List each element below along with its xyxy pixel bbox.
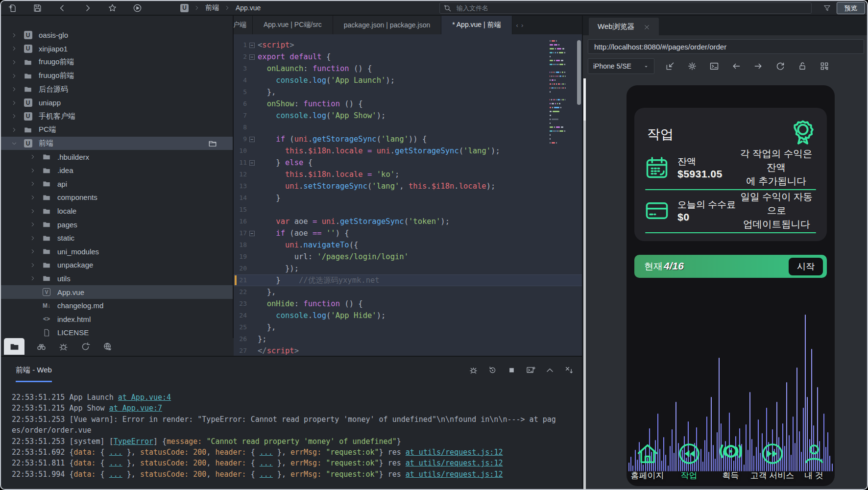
editor-tab-0[interactable]: 户端 (234, 16, 253, 34)
code-line-3[interactable]: 3 onLaunch: function () { (234, 63, 582, 74)
code-line-9[interactable]: 9− if (uni.getStorageSync('lang')) { (234, 133, 582, 145)
editor-tab-3[interactable]: * App.vue | 前端 (441, 16, 512, 34)
terminal-add-icon[interactable] (526, 366, 535, 375)
editor-tab-2[interactable]: package.json | package.json (333, 16, 441, 34)
arrow-right-icon[interactable] (753, 61, 763, 71)
nav-item-user[interactable]: 내 것 (794, 441, 835, 481)
chevron-right-icon[interactable] (11, 32, 18, 39)
filter-icon[interactable] (823, 4, 831, 12)
nav-item-disc[interactable]: 획득 (710, 436, 751, 481)
code-line-13[interactable]: 13 uni.setStorageSync('lang', this.$i18n… (234, 180, 582, 192)
code-line-22[interactable]: 22 }, (234, 286, 582, 298)
folder-action-icon[interactable] (208, 139, 217, 148)
star-icon[interactable] (108, 3, 117, 13)
breadcrumb-file[interactable]: App.vue (236, 4, 261, 12)
refresh-c-icon[interactable] (775, 61, 785, 71)
tree-item-api[interactable]: api (1, 177, 233, 191)
console-link[interactable]: ... (260, 448, 273, 457)
code-line-25[interactable]: 25 }, (234, 321, 582, 333)
tree-item-locale[interactable]: locale (1, 204, 233, 218)
tree-item-[interactable]: 后台源码 (1, 82, 233, 96)
fold-icon[interactable]: − (249, 137, 255, 142)
breadcrumb-project[interactable]: 前端 (205, 3, 219, 12)
terminal-icon[interactable] (709, 61, 719, 71)
globe-icon[interactable] (102, 342, 113, 352)
chevron-right-icon[interactable] (29, 221, 36, 228)
code-line-14[interactable]: 14 } (234, 192, 582, 204)
lock-icon[interactable] (797, 61, 807, 71)
forward-icon[interactable] (83, 3, 92, 13)
binoculars-icon[interactable] (36, 342, 47, 352)
code-line-23[interactable]: 23 onHide: function () { (234, 298, 582, 310)
restart-icon[interactable] (488, 366, 497, 375)
code-line-10[interactable]: 10 this.$i18n.locale = uni.getStorageSyn… (234, 145, 582, 157)
preview-button[interactable]: 预览 (837, 2, 865, 14)
chevron-right-icon[interactable] (29, 153, 36, 160)
nav-item-rewind[interactable]: 작업 (669, 441, 710, 481)
console-link[interactable]: at utils/request.js:12 (406, 448, 503, 457)
code-line-15[interactable]: 15 (234, 204, 582, 216)
code-line-12[interactable]: 12 this.$i18n.locale = 'ko'; (234, 169, 582, 180)
chevron-up-icon[interactable] (545, 366, 555, 375)
fold-gutter[interactable]: − (247, 133, 257, 145)
console-link[interactable]: at App.vue:7 (109, 404, 162, 413)
code-line-19[interactable]: 19 url: '/pages/login/login' (234, 251, 582, 263)
console-link[interactable]: ... (109, 470, 122, 479)
fold-icon[interactable]: − (249, 43, 255, 48)
tree-item-LICENSE[interactable]: LICENSE (1, 326, 233, 338)
tree-item-components[interactable]: components (1, 191, 233, 204)
chevron-right-icon[interactable] (11, 73, 18, 79)
bug-icon[interactable] (469, 366, 478, 375)
fold-gutter[interactable]: − (247, 157, 257, 169)
chevron-down-icon[interactable] (11, 140, 18, 147)
folder-icon[interactable] (9, 342, 20, 352)
editor-scrollbar-thumb[interactable] (577, 40, 581, 105)
console-link[interactable]: ... (260, 459, 273, 467)
fold-gutter[interactable]: − (247, 39, 257, 51)
fold-gutter[interactable]: − (247, 51, 257, 63)
new-file-icon[interactable] (8, 3, 17, 13)
chevron-right-icon[interactable] (11, 126, 18, 133)
tree-item-unpackage[interactable]: unpackage (1, 258, 233, 272)
tree-item-.idea[interactable]: .idea (1, 164, 233, 177)
tree-item-oasis-glo[interactable]: Uoasis-glo (1, 28, 233, 42)
bug-icon[interactable] (58, 342, 69, 352)
console-link[interactable]: ... (109, 459, 122, 467)
code-line-27[interactable]: 27</script> (234, 345, 582, 356)
editor-tab-1[interactable]: App.vue | PC端/src (253, 16, 333, 34)
chevron-right-icon[interactable] (29, 208, 36, 215)
chevron-right-icon[interactable] (29, 275, 36, 282)
chevron-right-icon[interactable] (29, 167, 36, 174)
code-line-16[interactable]: 16 var aoe = uni.getStorageSync('token')… (234, 216, 582, 227)
tree-item-App.vue[interactable]: VApp.vue (1, 285, 233, 299)
file-search-box[interactable] (439, 2, 812, 14)
tree-item-.hbuilderx[interactable]: .hbuilderx (1, 150, 233, 164)
back-icon[interactable] (58, 3, 67, 13)
console-link[interactable]: at App.vue:4 (118, 393, 171, 402)
tree-item-fruugo[interactable]: fruugo前端 (1, 55, 233, 69)
code-line-11[interactable]: 11− } else { (234, 157, 582, 169)
chevron-right-icon[interactable] (29, 194, 36, 201)
tree-item-index.html[interactable]: <>index.html (1, 312, 233, 326)
console-link[interactable]: at utils/request.js:12 (406, 470, 503, 479)
chevron-right-icon[interactable] (11, 45, 18, 52)
chevron-right-icon[interactable] (11, 86, 18, 93)
console-link[interactable]: at utils/request.js:12 (406, 459, 503, 467)
browser-scrollbar-thumb[interactable] (583, 78, 586, 121)
tree-item-PC[interactable]: PC端 (1, 123, 233, 137)
close-down-icon[interactable] (564, 366, 574, 375)
chevron-right-icon[interactable] (29, 180, 36, 187)
code-line-17[interactable]: 17− if (aoe == '') { (234, 227, 582, 239)
tree-item-static[interactable]: static (1, 231, 233, 245)
browser-tab[interactable]: Web浏览器 (589, 18, 659, 35)
code-area[interactable]: 1−<script>2−export default {3 onLaunch: … (234, 39, 582, 356)
code-line-1[interactable]: 1−<script> (234, 39, 582, 51)
resize-icon[interactable] (665, 61, 675, 71)
code-editor[interactable]: 1−<script>2−export default {3 onLaunch: … (234, 34, 582, 356)
tree-item-[interactable]: U前端 (1, 137, 233, 150)
stop-icon[interactable] (507, 366, 516, 375)
url-input[interactable] (588, 40, 864, 53)
refresh-icon[interactable] (80, 342, 91, 352)
fold-icon[interactable]: − (249, 160, 255, 166)
chevron-right-icon[interactable] (11, 59, 18, 66)
